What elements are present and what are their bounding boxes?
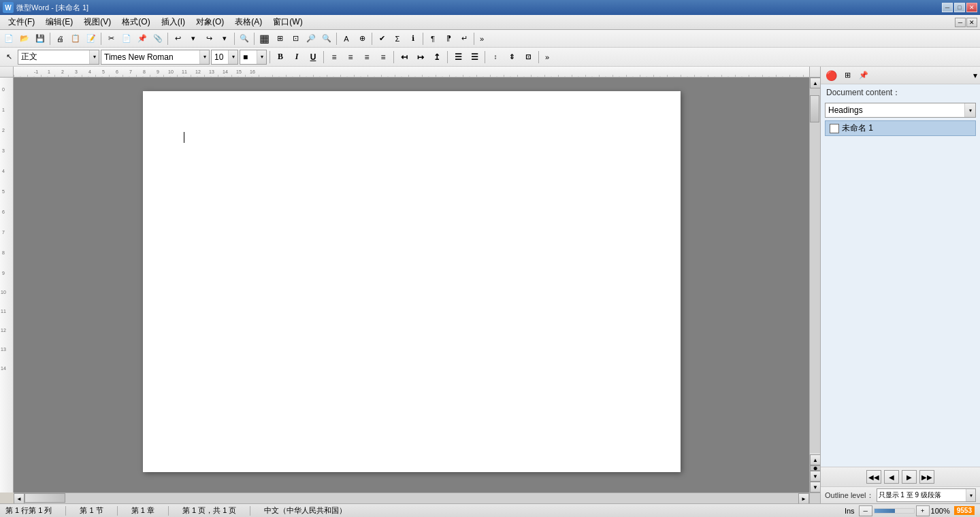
- panel-btn-table[interactable]: ⊞: [840, 68, 855, 83]
- redo-dropdown[interactable]: ▾: [217, 31, 232, 46]
- print-preview-button[interactable]: 📋: [68, 31, 83, 46]
- nav-first-button[interactable]: ◀◀: [866, 470, 881, 484]
- document-area[interactable]: [14, 78, 809, 493]
- scroll-track-v[interactable]: [810, 88, 820, 453]
- insert-special-button[interactable]: ⊕: [355, 31, 370, 46]
- indent-more-button[interactable]: ↥: [429, 50, 444, 65]
- open-button[interactable]: 📂: [17, 31, 32, 46]
- font-dropdown-arrow[interactable]: ▾: [199, 50, 209, 64]
- panel-btn-pin[interactable]: 📌: [856, 68, 871, 83]
- align-center-button[interactable]: ≡: [343, 50, 358, 65]
- align-right-button[interactable]: ≡: [359, 50, 374, 65]
- zoom-out-button[interactable]: 🔍: [319, 31, 334, 46]
- paste-button[interactable]: 📌: [135, 31, 150, 46]
- new-button[interactable]: 📄: [1, 31, 16, 46]
- copy-button[interactable]: 📄: [119, 31, 134, 46]
- panel-btn-nav[interactable]: 🔴: [823, 68, 838, 83]
- redo-button[interactable]: ↪: [201, 31, 216, 46]
- paste-special-button[interactable]: 📎: [150, 31, 165, 46]
- find-button[interactable]: 🔍: [237, 31, 252, 46]
- print-button[interactable]: 🖨: [52, 31, 67, 46]
- panel-doc-item[interactable]: 未命名 1: [825, 120, 976, 136]
- line-spacing-button[interactable]: ⇕: [504, 50, 519, 65]
- scroll-thumb-h[interactable]: [24, 493, 65, 503]
- para-spacing-button[interactable]: ↕: [488, 50, 503, 65]
- undo-button[interactable]: ↩: [170, 31, 185, 46]
- svg-text:6: 6: [2, 210, 5, 214]
- indent-right-button[interactable]: ↦: [413, 50, 428, 65]
- info-button[interactable]: ℹ: [406, 31, 421, 46]
- page-marks-button[interactable]: ↵: [457, 31, 472, 46]
- italic-button[interactable]: I: [289, 50, 304, 65]
- font-color-button[interactable]: A: [339, 31, 354, 46]
- menu-window[interactable]: 窗口(W): [267, 15, 308, 29]
- menu-edit[interactable]: 编辑(E): [40, 15, 78, 29]
- cut-button[interactable]: ✂: [103, 31, 118, 46]
- para-marks-button[interactable]: ⁋: [441, 31, 456, 46]
- zoom-out-status-button[interactable]: ─: [859, 505, 872, 516]
- scroll-nav-down[interactable]: ▼: [810, 471, 820, 482]
- maximize-button[interactable]: □: [954, 3, 965, 12]
- color-select[interactable]: ■ ▾: [240, 50, 267, 65]
- panel-collapse-arrow[interactable]: ▾: [973, 71, 977, 80]
- align-justify-button[interactable]: ≡: [376, 50, 391, 65]
- nav-prev-button[interactable]: ◀: [884, 470, 899, 484]
- more-fmt-button[interactable]: »: [542, 50, 553, 65]
- style-select[interactable]: 正文 ▾: [18, 50, 99, 65]
- sub-close-button[interactable]: ✕: [966, 18, 977, 27]
- menu-table[interactable]: 表格(A): [229, 15, 267, 29]
- h-scrollbar[interactable]: ◄ ►: [14, 493, 809, 503]
- list-button[interactable]: ☰: [451, 50, 466, 65]
- num-list-button[interactable]: ☰: [467, 50, 482, 65]
- zoom-in-button[interactable]: 🔎: [304, 31, 318, 46]
- menu-view[interactable]: 视图(V): [78, 15, 116, 29]
- font-select[interactable]: Times New Roman ▾: [101, 50, 210, 65]
- file-button[interactable]: 📝: [84, 31, 99, 46]
- panel-headings-dropdown[interactable]: Headings ▾: [825, 103, 976, 118]
- scroll-track-h[interactable]: [24, 493, 798, 503]
- zoom-in-status-button[interactable]: +: [916, 505, 930, 516]
- nav-last-button[interactable]: ▶▶: [919, 470, 934, 484]
- scroll-down-button[interactable]: ▼: [810, 482, 820, 493]
- menu-insert[interactable]: 插入(I): [156, 15, 191, 29]
- sub-minimize-button[interactable]: ─: [955, 18, 966, 27]
- scroll-up-button[interactable]: ▲: [810, 78, 820, 88]
- menu-object[interactable]: 对象(O): [191, 15, 229, 29]
- format-paint-button[interactable]: ▦: [257, 31, 272, 46]
- border-button[interactable]: ⊡: [521, 50, 536, 65]
- menu-file[interactable]: 文件(F): [3, 15, 40, 29]
- word-count-button[interactable]: Σ: [390, 31, 405, 46]
- svg-text:4: 4: [2, 169, 5, 173]
- zoom-slider[interactable]: [874, 508, 915, 514]
- scroll-left-button[interactable]: ◄: [14, 493, 24, 503]
- selection-arrow-button[interactable]: ↖: [1, 50, 16, 65]
- undo-dropdown[interactable]: ▾: [186, 31, 201, 46]
- v-scrollbar[interactable]: ▲ ▲ ● ▼ ▼: [809, 78, 820, 493]
- panel-item-checkbox[interactable]: [830, 124, 839, 133]
- scroll-center[interactable]: ●: [810, 465, 820, 471]
- align-left-button[interactable]: ≡: [327, 50, 342, 65]
- indent-left-button[interactable]: ↤: [397, 50, 412, 65]
- page-content[interactable]: [143, 91, 681, 431]
- style-dropdown-arrow[interactable]: ▾: [89, 50, 99, 64]
- size-select[interactable]: 10 ▾: [211, 50, 238, 65]
- scroll-right-button[interactable]: ►: [798, 493, 809, 503]
- insert-table-button[interactable]: ⊡: [288, 31, 303, 46]
- minimize-button[interactable]: ─: [942, 3, 953, 12]
- color-dropdown-arrow[interactable]: ▾: [257, 50, 266, 64]
- bold-button[interactable]: B: [273, 50, 288, 65]
- menu-format[interactable]: 格式(O): [116, 15, 155, 29]
- save-button[interactable]: 💾: [33, 31, 48, 46]
- outline-level-select[interactable]: 只显示 1 至 9 级段落 ▾: [877, 488, 976, 502]
- scroll-thumb-v[interactable]: [810, 95, 819, 122]
- close-button[interactable]: ✕: [966, 3, 977, 12]
- size-dropdown-arrow[interactable]: ▾: [228, 50, 238, 64]
- panel-headings-arrow[interactable]: ▾: [964, 103, 975, 117]
- nav-next-button[interactable]: ▶: [902, 470, 917, 484]
- underline-button[interactable]: U: [306, 50, 321, 65]
- table-button[interactable]: ⊞: [272, 31, 287, 46]
- format-marks-button[interactable]: ¶: [425, 31, 440, 46]
- spell-check-button[interactable]: ✔: [374, 31, 389, 46]
- more-button[interactable]: »: [476, 31, 487, 46]
- outline-level-arrow[interactable]: ▾: [966, 489, 975, 501]
